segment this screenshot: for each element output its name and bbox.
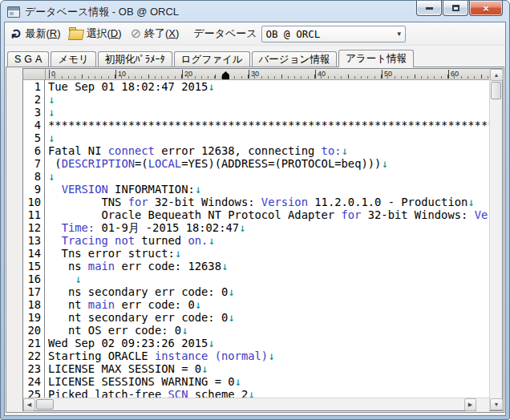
log-line: 4***************************************… [23,119,489,131]
newline-icon: ↓ [221,260,228,273]
horizontal-scrollbar-track[interactable] [55,398,464,410]
log-line: 20 nt OS err code: 0↓ [23,324,489,337]
maximize-button[interactable] [443,1,468,16]
line-number: 23 [23,362,45,375]
line-text: nt secondary err code: 0↓ [45,311,235,324]
maximize-icon [452,5,459,11]
log-line: 3↓ [23,106,489,119]
horizontal-scrollbar-thumb[interactable] [36,399,54,410]
line-number: 18 [23,298,45,311]
line-text: Starting ORACLE instance (normal)↓ [45,349,274,362]
line-text: Time: 01-9月 -2015 18:02:47↓ [45,221,245,234]
ruler-marker[interactable] [222,71,229,79]
newline-icon: ↓ [208,80,214,93]
scroll-down-icon: ▼ [494,402,500,407]
scroll-down-button[interactable]: ▼ [490,398,503,410]
log-line: 19 nt secondary err code: 0↓ [23,311,489,324]
log-line: 10 TNS for 32-bit Windows: Version 11.2.… [23,196,489,208]
line-number: 7 [23,157,45,170]
ruler: 0102030405060 [49,69,489,79]
tab-3[interactable]: ログファイル [174,51,250,67]
log-line: 5↓ [23,131,489,144]
log-line: 7 (DESCRIPTION=(LOCAL=YES)(ADDRESS=(PROT… [23,157,489,170]
line-text: Oracle Bequeath NT Protocol Adapter for … [45,208,489,221]
vertical-scrollbar-track[interactable] [490,100,502,398]
log-line: 13 Tracing not turned on.↓ [23,234,489,247]
tab-2[interactable]: 初期化ﾊﾟﾗﾒｰﾀ [98,51,172,67]
line-text: Wed Sep 02 09:23:26 2015↓ [45,337,215,349]
line-text: Tue Sep 01 18:02:47 2015↓ [45,80,215,93]
tab-4[interactable]: バージョン情報 [252,51,338,67]
tab-alert[interactable]: アラート情報 [338,50,414,67]
newline-icon: ↓ [381,157,387,170]
line-number: 13 [23,234,45,247]
scroll-up-button[interactable]: ▲ [490,69,503,81]
ruler-label: 20 [182,70,192,79]
log-line: 8↓ [23,170,489,183]
line-number: 19 [23,311,45,324]
tab-1[interactable]: メモリ [51,51,95,67]
scroll-right-button[interactable]: ▶ [464,398,476,411]
log-text-area[interactable]: 1Tue Sep 01 18:02:47 2015↓2↓3↓4*********… [23,80,489,398]
log-line: 21Wed Sep 02 09:23:26 2015↓ [23,337,489,349]
minimize-icon [426,7,433,10]
newline-icon: ↓ [208,337,214,349]
minimize-button[interactable] [416,1,442,16]
ruler-label: 10 [115,70,126,79]
newline-icon: ↓ [181,324,188,337]
log-line: 23LICENSE_MAX_SESSION = 0↓ [23,362,489,375]
newline-icon: ↓ [48,106,55,119]
newline-icon: ↓ [48,170,55,183]
panel-left-margin [7,68,22,411]
line-number: 5 [23,131,45,144]
exit-button[interactable]: ⊘ 終了(X) [128,25,182,42]
line-text: Picked latch-free SCN scheme 2↓ [45,388,255,398]
line-number: 20 [23,324,45,337]
refresh-label: 最新(R) [25,26,60,41]
line-text: TNS for 32-bit Windows: Version 11.2.0.1… [45,196,475,208]
window-icon [7,6,20,18]
ruler-label: 30 [249,70,259,79]
line-number: 11 [23,208,45,221]
tab-sga[interactable]: SGA [7,51,49,67]
horizontal-scrollbar-row: ◀ ▶ [23,398,489,410]
database-label: データベース [193,26,257,41]
scroll-up-icon: ▲ [494,72,500,78]
tab-strip: SGAメモリ初期化ﾊﾟﾗﾒｰﾀログファイルバージョン情報アラート情報 [5,46,505,67]
line-text: nt main err code: 0↓ [45,298,201,311]
log-editor: 0102030405060 1Tue Sep 01 18:02:47 2015↓… [22,68,503,411]
horizontal-scrollbar[interactable]: ◀ ▶ [23,398,476,410]
newline-icon: ↓ [268,349,274,362]
line-number: 17 [23,285,45,298]
newline-icon: ↓ [342,144,348,157]
log-line: 9 VERSION INFORMATION:↓ [23,183,489,196]
title-bar[interactable]: データベース情報 - OB @ ORCL × [4,1,506,22]
ruler-label: 0 [49,70,55,79]
line-text: ns main err code: 12638↓ [45,260,228,273]
vertical-scrollbar-thumb[interactable] [491,82,501,99]
scroll-left-button[interactable]: ◀ [23,398,35,411]
ruler-label: 60 [448,70,459,79]
vertical-scrollbar[interactable]: ▲ ▼ [489,69,502,410]
close-button[interactable]: × [469,1,503,16]
line-text: Tns error struct:↓ [45,247,181,260]
newline-icon: ↓ [48,93,55,106]
newline-icon: ↓ [235,375,241,388]
client-area: ↻ 最新(R) 選択(D) ⊘ 終了(X) データベース OB @ ORCL ▼… [4,22,506,416]
refresh-button[interactable]: ↻ 最新(R) [9,25,63,42]
scrollbar-corner [476,398,489,411]
log-line: 11 Oracle Bequeath NT Protocol Adapter f… [23,208,489,221]
line-text: (DESCRIPTION=(LOCAL=YES)(ADDRESS=(PROTOC… [45,157,388,170]
chevron-down-icon: ▼ [396,30,403,38]
database-select[interactable]: OB @ ORCL ▼ [261,26,406,42]
line-number: 12 [23,221,45,234]
log-line: 25Picked latch-free SCN scheme 2↓ [23,388,489,398]
newline-icon: ↓ [239,221,245,234]
window-controls: × [416,1,504,16]
exit-label: 終了(X) [144,26,179,41]
line-text: ns secondary err code: 0↓ [45,285,235,298]
alert-tab-panel: 0102030405060 1Tue Sep 01 18:02:47 2015↓… [6,67,504,413]
select-button[interactable]: 選択(D) [67,25,123,42]
line-text: LICENSE_SESSIONS_WARNING = 0↓ [45,375,241,388]
newline-icon: ↓ [175,247,181,260]
